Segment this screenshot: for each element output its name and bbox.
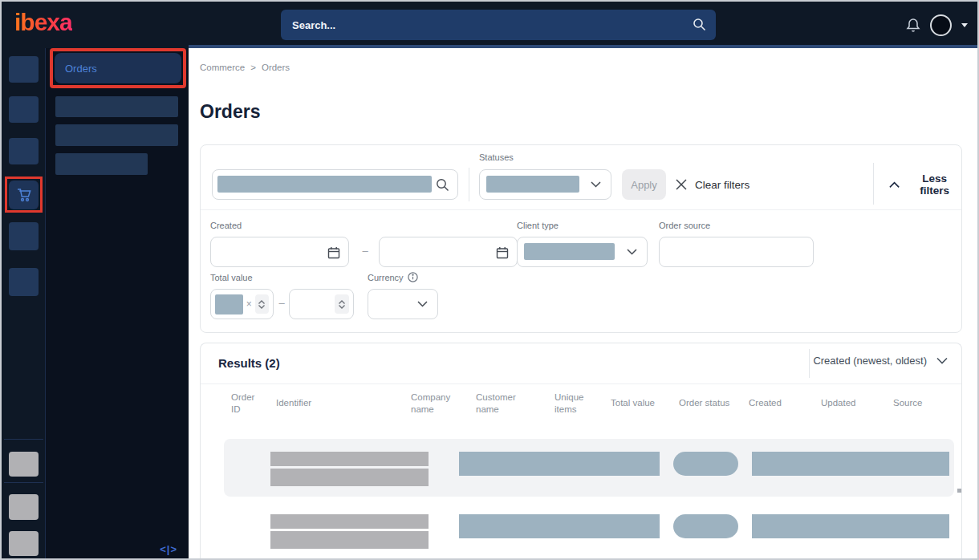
number-stepper[interactable] bbox=[255, 294, 269, 314]
breadcrumb: Commerce > Orders bbox=[200, 63, 290, 72]
apply-button[interactable]: Apply bbox=[622, 169, 666, 200]
sidebar-item-placeholder-1[interactable] bbox=[55, 96, 178, 117]
commerce-nav-button[interactable] bbox=[9, 181, 39, 209]
currency-label-wrap: Currency bbox=[368, 272, 418, 282]
order-table-row[interactable] bbox=[224, 501, 954, 559]
customer-placeholder bbox=[459, 514, 660, 538]
info-icon[interactable] bbox=[408, 272, 418, 282]
calendar-icon bbox=[327, 246, 340, 259]
results-count: Results (2) bbox=[218, 356, 280, 370]
col-header-company-name[interactable]: Company name bbox=[411, 392, 461, 416]
col-header-source[interactable]: Source bbox=[893, 397, 922, 409]
created-to-input[interactable] bbox=[379, 237, 518, 267]
global-search-input[interactable] bbox=[292, 10, 677, 40]
currency-dropdown[interactable] bbox=[368, 289, 438, 319]
dates-placeholder bbox=[752, 452, 949, 476]
col-header-order-status[interactable]: Order status bbox=[679, 397, 729, 409]
nav-rail-item-6[interactable] bbox=[9, 268, 39, 296]
nav-rail-bottom-item-2[interactable] bbox=[9, 494, 39, 520]
less-filters-button[interactable]: Less filters bbox=[889, 169, 961, 200]
clear-filters-label: Clear filters bbox=[695, 179, 749, 191]
dates-placeholder bbox=[752, 514, 949, 538]
filter-divider bbox=[469, 168, 469, 201]
total-value-min-input[interactable]: × bbox=[210, 289, 274, 319]
currency-label: Currency bbox=[368, 273, 404, 282]
stepper-down-icon bbox=[339, 305, 345, 309]
col-header-customer-name[interactable]: Customer name bbox=[476, 392, 527, 416]
sidebar-resize-handle[interactable]: <|> bbox=[160, 543, 177, 555]
statuses-dropdown[interactable] bbox=[479, 169, 611, 200]
results-panel: Results (2) Created (newest, oldest) Ord… bbox=[200, 343, 962, 560]
statuses-label: Statuses bbox=[479, 152, 514, 162]
customer-placeholder bbox=[459, 452, 660, 476]
shopping-cart-icon bbox=[15, 187, 32, 203]
nav-rail-item-5[interactable] bbox=[9, 222, 39, 250]
col-header-identifier[interactable]: Identifier bbox=[276, 397, 311, 409]
nav-rail-item-2[interactable] bbox=[9, 96, 39, 123]
orders-annotation-box: Orders bbox=[50, 48, 186, 88]
main-content: Commerce > Orders Orders Statuses Apply … bbox=[189, 48, 979, 560]
total-value-placeholder bbox=[215, 294, 243, 314]
stepper-up-icon bbox=[339, 300, 345, 304]
sort-label: Created (newest, oldest) bbox=[813, 355, 927, 367]
sidebar-item-placeholder-3[interactable] bbox=[55, 153, 148, 175]
total-value-max-input[interactable] bbox=[289, 289, 354, 319]
col-header-total-value[interactable]: Total value bbox=[611, 397, 655, 409]
search-value-placeholder bbox=[217, 176, 432, 193]
filters-panel: Statuses Apply Clear filters Less filter… bbox=[200, 144, 962, 333]
sort-dropdown[interactable]: Created (newest, oldest) bbox=[813, 355, 948, 367]
chevron-down-icon bbox=[627, 248, 637, 255]
clear-filters-button[interactable]: Clear filters bbox=[676, 169, 749, 200]
breadcrumb-commerce[interactable]: Commerce bbox=[200, 63, 245, 72]
less-filters-label: Less filters bbox=[908, 172, 961, 197]
ibexa-logo[interactable]: ibexa bbox=[14, 9, 72, 36]
user-avatar[interactable] bbox=[930, 14, 952, 36]
sort-divider bbox=[809, 349, 810, 378]
sidebar-item-orders[interactable]: Orders bbox=[55, 53, 181, 83]
order-source-input[interactable] bbox=[659, 237, 814, 267]
chevron-down-icon bbox=[417, 300, 428, 307]
close-icon bbox=[676, 179, 687, 190]
identifier-placeholder bbox=[270, 514, 429, 529]
client-type-dropdown[interactable] bbox=[517, 237, 648, 267]
nav-rail-bottom-item-1[interactable] bbox=[9, 452, 39, 477]
value-range-dash: – bbox=[274, 297, 289, 309]
user-menu-caret-icon[interactable] bbox=[961, 23, 968, 27]
bell-icon[interactable] bbox=[906, 17, 920, 33]
order-table-row[interactable] bbox=[224, 439, 954, 497]
filter-divider bbox=[873, 163, 874, 205]
order-status-badge bbox=[673, 452, 738, 476]
sidebar-item-placeholder-2[interactable] bbox=[55, 124, 178, 146]
scroll-dot bbox=[957, 489, 961, 493]
client-type-label: Client type bbox=[517, 221, 559, 230]
col-header-updated[interactable]: Updated bbox=[821, 397, 855, 409]
top-bar: ibexa bbox=[2, 2, 977, 48]
filters-row-divider bbox=[201, 209, 961, 210]
col-header-created[interactable]: Created bbox=[749, 397, 782, 409]
filter-search-input[interactable] bbox=[212, 169, 458, 200]
main-top-accent bbox=[189, 45, 979, 48]
nav-rail-bottom-item-3[interactable] bbox=[9, 531, 39, 556]
breadcrumb-orders[interactable]: Orders bbox=[262, 63, 290, 72]
search-icon[interactable] bbox=[693, 18, 706, 31]
secondary-sidebar: Orders <|> bbox=[46, 48, 189, 560]
rail-divider bbox=[4, 482, 43, 483]
calendar-icon bbox=[496, 246, 509, 259]
identifier-placeholder bbox=[270, 531, 429, 549]
stepper-down-icon bbox=[258, 305, 265, 309]
multiply-sign: × bbox=[246, 298, 252, 310]
identifier-placeholder bbox=[270, 452, 429, 466]
col-header-order-id[interactable]: Order ID bbox=[231, 392, 265, 416]
breadcrumb-separator: > bbox=[250, 63, 256, 72]
nav-rail-item-3[interactable] bbox=[9, 138, 39, 164]
page-title: Orders bbox=[200, 101, 260, 123]
chevron-down-icon bbox=[591, 181, 601, 188]
number-stepper[interactable] bbox=[335, 294, 349, 314]
chevron-up-icon bbox=[889, 181, 900, 189]
col-header-unique-items[interactable]: Unique items bbox=[554, 392, 595, 416]
created-from-input[interactable] bbox=[210, 237, 349, 267]
results-header-divider bbox=[201, 383, 961, 384]
nav-rail-item-1[interactable] bbox=[9, 56, 39, 83]
identifier-placeholder bbox=[270, 469, 429, 486]
search-icon bbox=[436, 178, 449, 192]
